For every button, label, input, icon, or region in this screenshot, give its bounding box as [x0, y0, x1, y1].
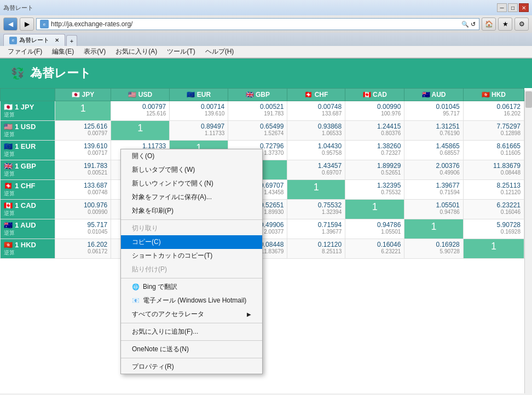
inverse-label: 逆算 [4, 131, 51, 138]
currency-cell-chf[interactable]: 🇨🇭 1 CHF 逆算 [1, 180, 55, 200]
close-button[interactable]: ✕ [519, 3, 529, 12]
new-tab-button[interactable]: + [66, 35, 77, 46]
rate-cell[interactable]: 8.61665 0.11605 [463, 141, 524, 160]
forward-button[interactable]: ▶ [20, 18, 34, 31]
rate-cell[interactable]: 1 [404, 219, 463, 239]
home-button[interactable]: 🏠 [482, 18, 496, 31]
rate-cell[interactable]: 139.610 0.00717 [55, 141, 111, 160]
rate-cell[interactable]: 1.38260 0.72327 [345, 141, 404, 160]
currency-cell-usd[interactable]: 🇺🇸 1 USD 逆算 [1, 121, 55, 141]
tab-close-icon[interactable]: ✕ [55, 37, 59, 43]
rate-cell[interactable]: 1.24415 0.80376 [345, 121, 404, 141]
rate-cell[interactable]: 0.00521 191.783 [228, 101, 287, 121]
ctx-email-label: 電子メール (Windows Live Hotmail) [143, 296, 246, 305]
rate-cell[interactable]: 0.06172 16.202 [463, 101, 524, 121]
rate-cell[interactable]: 1 [345, 200, 404, 219]
rate-inverse: 0.00521 [59, 170, 107, 176]
rate-cell[interactable]: 0.94786 1.05501 [345, 219, 404, 239]
table-container[interactable]: 🇯🇵 JPY 🇺🇸 USD 🇪🇺 EUR 🇬🇧 GBP 🇨🇭 CHF [0, 88, 532, 391]
back-button[interactable]: ◀ [3, 18, 18, 31]
rate-cell[interactable]: 1.45865 0.68557 [404, 141, 463, 160]
ctx-accelerators[interactable]: すべてのアクセラレータ ▶ [121, 307, 262, 321]
rate-cell[interactable]: 1 [463, 239, 524, 259]
rate-cell[interactable]: 0.75532 1.32394 [287, 200, 345, 219]
rate-cell[interactable]: 1.05501 0.94786 [404, 200, 463, 219]
scrollbar-thumb[interactable] [525, 91, 532, 108]
rate-cell[interactable]: 0.16046 6.23221 [345, 239, 404, 259]
currency-cell-eur[interactable]: 🇪🇺 1 EUR 逆算 [1, 141, 55, 160]
rate-cell[interactable]: 11.83679 0.08448 [463, 160, 524, 180]
rate-cell[interactable]: 0.01045 95.717 [404, 101, 463, 121]
rate-cell[interactable]: 0.00797 125.616 [111, 101, 170, 121]
rate-cell[interactable]: 1.31251 0.76190 [404, 121, 463, 141]
scrollbar[interactable] [524, 90, 532, 393]
rate-cell[interactable]: 0.71594 1.39677 [287, 219, 345, 239]
active-tab[interactable]: e 為替レート ✕ [3, 34, 65, 46]
currency-cell-aud[interactable]: 🇦🇺 1 AUD 逆算 [1, 219, 55, 239]
rate-cell[interactable]: 1 [287, 180, 345, 200]
currency-cell-gbp[interactable]: 🇬🇧 1 GBP 逆算 [1, 160, 55, 180]
menu-edit[interactable]: 編集(E) [48, 47, 78, 57]
rate-value: 0.89497 [173, 123, 224, 130]
ctx-onenote[interactable]: OneNote に送る(N) [121, 342, 262, 356]
rate-cell[interactable]: 0.00714 139.610 [170, 101, 228, 121]
rate-cell[interactable]: 7.75297 0.12898 [463, 121, 524, 141]
ctx-translate[interactable]: 🌐 Bing で翻訳 [121, 280, 262, 294]
menu-favorites[interactable]: お気に入り(A) [111, 47, 161, 57]
rate-cell[interactable]: 1.04430 0.95758 [287, 141, 345, 160]
tools-button[interactable]: ⚙ [514, 18, 529, 31]
refresh-icon[interactable]: ↺ [471, 21, 476, 28]
menu-view[interactable]: 表示(V) [79, 47, 110, 57]
rate-cell[interactable]: 1 [111, 121, 170, 141]
rate-cell[interactable]: 0.16928 5.90728 [404, 239, 463, 259]
ctx-open-tab[interactable]: 新しいタブで開く(W) [121, 163, 262, 177]
context-menu: 開く(O) 新しいタブで開く(W) 新しいウィンドウで開く(N) 対象をファイル… [120, 149, 263, 374]
ctx-add-favorites[interactable]: お気に入りに追加(F)... [121, 325, 262, 339]
rate-cell[interactable]: 0.12120 8.25113 [287, 239, 345, 259]
rate-cell[interactable]: 95.717 0.01045 [55, 219, 111, 239]
ctx-open-window[interactable]: 新しいウィンドウで開く(N) [121, 177, 262, 190]
ctx-save[interactable]: 対象をファイルに保存(A)... [121, 190, 262, 204]
inverse-label: 逆算 [4, 210, 51, 217]
rate-cell[interactable]: 1 [55, 101, 111, 121]
rate-cell[interactable]: 1.39677 0.71594 [404, 180, 463, 200]
ctx-email[interactable]: 📧 電子メール (Windows Live Hotmail) [121, 294, 262, 307]
ctx-copy[interactable]: コピー(C) [121, 235, 262, 249]
rate-inverse: 1.06533 [291, 130, 342, 136]
currency-cell-cad[interactable]: 🇨🇦 1 CAD 逆算 [1, 200, 55, 219]
rate-cell[interactable]: 8.25113 0.12120 [463, 180, 524, 200]
ctx-add-favorites-label: お気に入りに追加(F)... [132, 327, 198, 336]
rate-cell[interactable]: 100.976 0.00990 [55, 200, 111, 219]
menu-help[interactable]: ヘルプ(H) [201, 47, 239, 57]
maximize-button[interactable]: □ [508, 3, 518, 12]
rate-cell[interactable]: 6.23221 0.16046 [463, 200, 524, 219]
ctx-open[interactable]: 開く(O) [121, 149, 262, 163]
rate-cell[interactable]: 0.00748 133.687 [287, 101, 345, 121]
rate-cell[interactable]: 1.89929 0.52651 [345, 160, 404, 180]
rate-cell[interactable]: 2.00376 0.49906 [404, 160, 463, 180]
favorites-button[interactable]: ★ [498, 18, 512, 31]
rate-cell[interactable]: 133.687 0.00748 [55, 180, 111, 200]
ctx-copy-shortcut[interactable]: ショートカットのコピー(T) [121, 249, 262, 263]
rate-cell[interactable]: 1.32395 0.75532 [345, 180, 404, 200]
currency-cell-hkd[interactable]: 🇭🇰 1 HKD 逆算 [1, 239, 55, 259]
minimize-button[interactable]: ─ [497, 3, 507, 12]
address-bar[interactable]: e http://ja.exchange-rates.org/ 🔍 ↺ [36, 18, 479, 30]
ctx-properties[interactable]: プロパティ(R) [121, 360, 262, 374]
flag-cad: 🇨🇦 [4, 201, 13, 210]
rate-cell[interactable]: 0.65499 1.52674 [228, 121, 287, 141]
rate-cell[interactable]: 0.00990 100.976 [345, 101, 404, 121]
rate-cell[interactable]: 1.43457 0.69707 [287, 160, 345, 180]
rate-cell[interactable]: 191.783 0.00521 [55, 160, 111, 180]
rate-value: 139.610 [59, 142, 107, 150]
rate-inverse: 6.23221 [349, 248, 401, 254]
currency-cell-jpy[interactable]: 🇯🇵 1 JPY 逆算 [1, 101, 55, 121]
rate-cell[interactable]: 0.89497 1.11733 [170, 121, 228, 141]
rate-cell[interactable]: 0.93868 1.06533 [287, 121, 345, 141]
rate-cell[interactable]: 125.616 0.00797 [55, 121, 111, 141]
ctx-print[interactable]: 対象を印刷(P) [121, 204, 262, 218]
menu-tools[interactable]: ツール(T) [163, 47, 199, 57]
rate-cell[interactable]: 16.202 0.06172 [55, 239, 111, 259]
rate-cell[interactable]: 5.90728 0.16928 [463, 219, 524, 239]
menu-file[interactable]: ファイル(F) [3, 47, 47, 57]
